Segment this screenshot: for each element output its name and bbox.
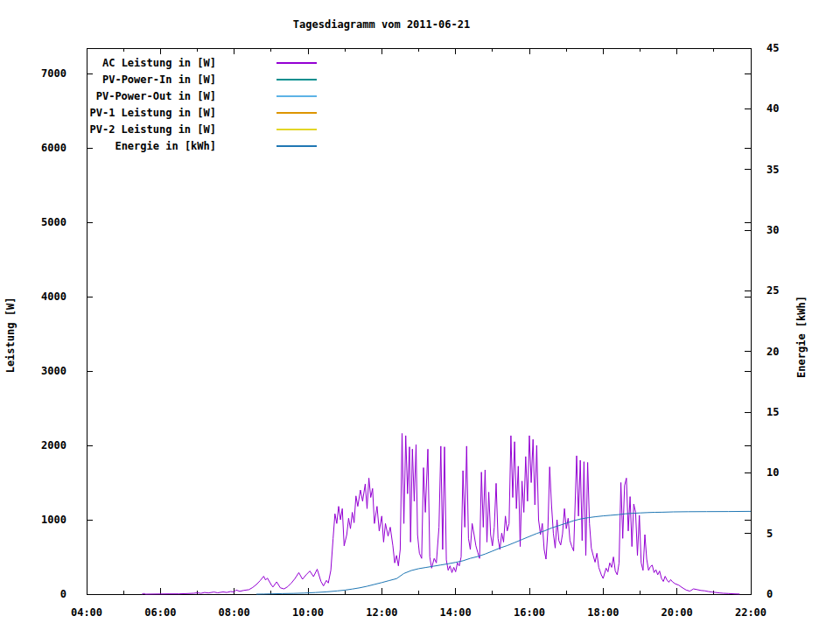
series-lines (142, 433, 751, 594)
y-axis-label-right: Energie [kWh] (795, 296, 808, 378)
y-left-tick-label: 6000 (41, 142, 66, 154)
y-right-tick-label: 10 (766, 466, 779, 479)
x-tick-label: 04:00 (71, 606, 102, 619)
y-right-tick-label: 20 (766, 346, 779, 358)
y-left-tick-label: 5000 (41, 216, 66, 228)
legend: AC Leistung in [W]PV-Power-In in [W]PV-P… (90, 57, 318, 152)
x-tick-label: 14:00 (440, 606, 472, 619)
x-tick-label: 06:00 (144, 606, 176, 619)
y-right-tick-label: 25 (766, 284, 779, 297)
legend-label: PV-Power-In in [W] (102, 74, 216, 86)
y-right-tick-label: 35 (766, 164, 779, 176)
x-tick-label: 08:00 (219, 606, 250, 619)
y-left-tick-label: 4000 (41, 290, 66, 303)
legend-label: AC Leistung in [W] (102, 57, 216, 69)
daily-pv-chart: Tagesdiagramm vom 2011-06-21 Leistung [W… (0, 0, 840, 630)
x-tick-label: 12:00 (366, 606, 397, 619)
y-right-tick-label: 0 (766, 588, 773, 600)
chart-title: Tagesdiagramm vom 2011-06-21 (293, 18, 470, 31)
y-right-tick-label: 40 (766, 102, 779, 115)
series-line-energie-in-kwh (256, 511, 751, 594)
x-tick-label: 18:00 (587, 606, 619, 619)
y-right-tick-label: 5 (766, 528, 773, 540)
x-tick-label: 16:00 (514, 606, 545, 619)
y-left-tick-label: 3000 (41, 365, 66, 377)
y-axis-label-left: Leistung [W] (4, 298, 17, 374)
x-tick-label: 10:00 (292, 606, 324, 619)
y-right-tick-label: 30 (766, 224, 779, 236)
legend-label: Energie in [kWh] (115, 140, 216, 152)
y-left-tick-label: 1000 (41, 514, 66, 526)
legend-label: PV-1 Leistung in [W] (90, 107, 217, 119)
y-left-tick-label: 2000 (41, 439, 66, 452)
legend-label: PV-2 Leistung in [W] (90, 123, 217, 136)
x-tick-label: 20:00 (662, 606, 693, 619)
x-tick-label: 22:00 (735, 606, 766, 619)
y-right-tick-label: 15 (766, 406, 779, 418)
legend-label: PV-Power-Out in [W] (96, 90, 216, 102)
series-line-ac-leistung-in-w (142, 433, 739, 594)
y-right-tick-label: 45 (766, 42, 779, 54)
y-left-tick-label: 0 (60, 588, 66, 600)
gnuplot-chart-canvas: Tagesdiagramm vom 2011-06-21 Leistung [W… (0, 0, 840, 630)
y-left-tick-label: 7000 (41, 67, 66, 80)
